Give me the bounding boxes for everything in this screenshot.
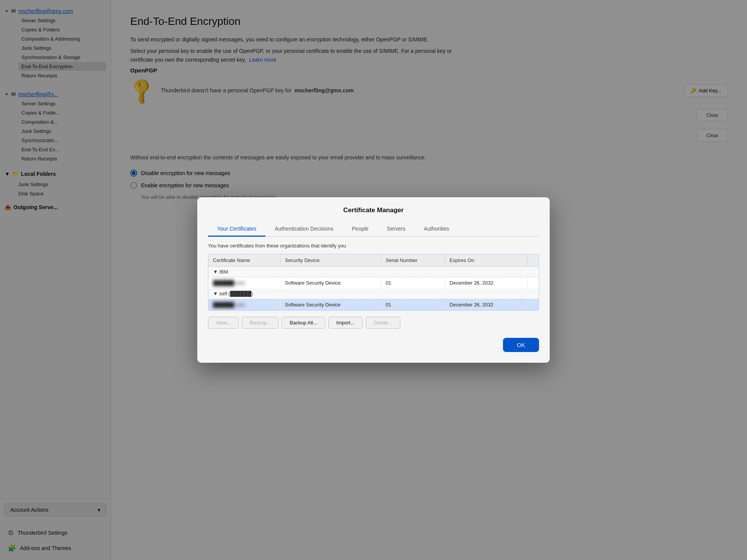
cert-name-ibm-1: ██████.com: [208, 277, 280, 289]
modal-footer: OK: [208, 338, 539, 352]
blurred-cert-name-ibm: ██████.com: [213, 280, 245, 286]
modal-actions: View... Backup... Backup All... Import..…: [208, 317, 539, 329]
ok-button[interactable]: OK: [503, 338, 539, 352]
blurred-cert-name-self: ██████.com: [213, 302, 245, 308]
tab-your-certificates[interactable]: Your Certificates: [208, 222, 265, 237]
backup-button[interactable]: Backup...: [242, 317, 278, 329]
cert-extra-ibm-1: [527, 277, 539, 289]
cert-table-container: Certificate Name Security Device Serial …: [208, 254, 539, 311]
col-expires-on: Expires On: [445, 254, 527, 267]
backup-all-button[interactable]: Backup All...: [282, 317, 325, 329]
view-button[interactable]: View...: [208, 317, 239, 329]
group-self-expand-icon: ▼: [213, 291, 219, 296]
table-header-row: Certificate Name Security Device Serial …: [208, 254, 539, 267]
cert-device-self-1: Software Security Device: [280, 299, 381, 311]
tab-auth-decisions[interactable]: Authentication Decisions: [265, 222, 342, 237]
group-self-label: self (██████): [219, 291, 253, 296]
cert-device-ibm-1: Software Security Device: [280, 277, 381, 289]
col-security-device: Security Device: [280, 254, 381, 267]
cert-extra-self-1: [527, 299, 539, 311]
cert-table-body: ▼ IBM ██████.com Software Security Devic…: [208, 267, 539, 311]
tab-authorities[interactable]: Authorities: [414, 222, 458, 237]
modal-title: Certificate Manager: [208, 206, 539, 214]
cert-serial-self-1: 01: [381, 299, 445, 311]
group-expand-icon: ▼: [213, 269, 219, 275]
cert-table: Certificate Name Security Device Serial …: [208, 254, 539, 310]
group-ibm[interactable]: ▼ IBM: [208, 267, 539, 277]
tab-people[interactable]: People: [343, 222, 378, 237]
col-expand: [527, 254, 539, 267]
table-row-self-1[interactable]: ██████.com Software Security Device 01 D…: [208, 299, 539, 311]
tab-servers[interactable]: Servers: [378, 222, 414, 237]
cert-name-self-1: ██████.com: [208, 299, 280, 311]
cert-expires-ibm-1: December 26, 2032: [445, 277, 527, 289]
modal-description: You have certificates from these organiz…: [208, 243, 539, 249]
modal-overlay[interactable]: Certificate Manager Your Certificates Au…: [0, 0, 747, 560]
group-self[interactable]: ▼ self (██████): [208, 288, 539, 299]
col-serial-number: Serial Number: [381, 254, 445, 267]
cert-expires-self-1: December 26, 2032: [445, 299, 527, 311]
table-row-ibm-1[interactable]: ██████.com Software Security Device 01 D…: [208, 277, 539, 289]
col-cert-name: Certificate Name: [208, 254, 280, 267]
import-button[interactable]: Import...: [328, 317, 363, 329]
delete-button[interactable]: Delete...: [366, 317, 400, 329]
cert-serial-ibm-1: 01: [381, 277, 445, 289]
modal-tabs: Your Certificates Authentication Decisio…: [208, 222, 539, 237]
certificate-manager-modal: Certificate Manager Your Certificates Au…: [197, 197, 550, 363]
group-ibm-label: IBM: [219, 269, 228, 275]
